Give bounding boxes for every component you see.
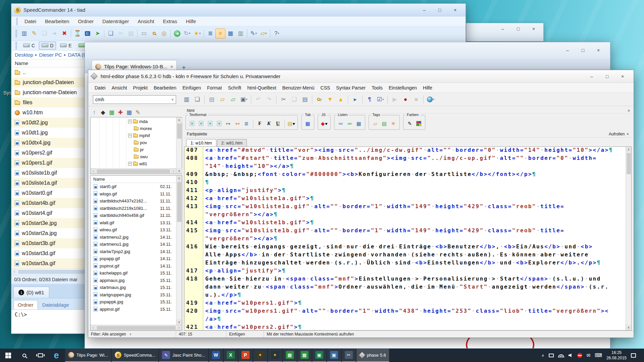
edit-file-icon[interactable]: ✎: [29, 28, 39, 39]
menu-item-extras[interactable]: Extras: [159, 17, 181, 25]
scrollbar-thumb[interactable]: [97, 326, 176, 330]
scroll-up-icon[interactable]: ∧: [626, 147, 632, 152]
list-horizontal-scrollbar[interactable]: ‹ ›: [91, 325, 182, 330]
run-doc-icon[interactable]: ▸: [350, 95, 360, 105]
taskbar-item-phase[interactable]: phase 5.6: [357, 349, 389, 362]
open-icon[interactable]: ▱: [217, 95, 227, 105]
tree-item-swu[interactable]: swu: [91, 153, 176, 160]
panes-view-icon[interactable]: ▥: [235, 28, 246, 39]
scroll-left-icon[interactable]: ‹: [11, 269, 17, 275]
menu-item-ordner[interactable]: Ordner: [74, 17, 98, 25]
taskbar-item-speedcommander[interactable]: SSpeedComma...: [112, 349, 158, 362]
menu-item-einstellungen[interactable]: Einstellungen: [386, 84, 420, 92]
code-line[interactable]: "14"·height="10"></a>¶: [184, 163, 626, 171]
tree-item-pov[interactable]: pov: [91, 139, 176, 146]
view-file-icon[interactable]: ▥: [19, 28, 29, 39]
scroll-right-icon[interactable]: ›: [171, 169, 176, 174]
pack-icon[interactable]: ▭: [139, 28, 149, 39]
panel-tab-ordner[interactable]: Ordner: [13, 300, 38, 309]
code-line[interactable]: 409&nbsp;·&nbsp;<font·color="#800000"><b…: [184, 171, 626, 179]
filter-id-icon[interactable]: ▼: [325, 95, 335, 105]
taskbar-item-snipping[interactable]: ✂: [342, 349, 356, 362]
delete-icon[interactable]: ✖: [59, 28, 69, 39]
def-list-icon[interactable]: ▦: [355, 120, 363, 128]
list-item[interactable]: startmaus.jpg15.11.: [91, 284, 176, 291]
list-item[interactable]: startbildsch940x458.gif11.11.: [91, 212, 176, 219]
close-icon[interactable]: ×: [591, 46, 606, 55]
maximize-icon[interactable]: □: [599, 72, 615, 81]
menu-item-benutzer-men-[interactable]: Benutzer-Menü: [279, 84, 318, 92]
macro-play-icon[interactable]: ▶: [390, 95, 400, 105]
scroll-right-icon[interactable]: ›: [176, 325, 182, 330]
breadcrumb-item[interactable]: Desktop: [15, 52, 33, 58]
close-icon[interactable]: ×: [447, 6, 463, 14]
folder-up-icon[interactable]: ↑: [90, 108, 98, 116]
code-text[interactable]: 407<a·href="#mtvd"·title="vor"><img·src=…: [184, 147, 626, 330]
list-item[interactable]: startbildsch4437x2162...11.11.: [91, 197, 176, 205]
align-justify-icon[interactable]: ≡: [215, 120, 223, 128]
goto-id-icon[interactable]: ▲: [336, 95, 346, 105]
text-color-icon[interactable]: ✎: [406, 120, 414, 128]
goto-folder-icon[interactable]: ▱▾: [259, 28, 269, 39]
back-icon[interactable]: ◀: [172, 28, 182, 39]
code-line[interactable]: "vergrößern"></a>¶: [184, 211, 626, 219]
list-item[interactable]: wlalt.gif13.11.: [91, 219, 176, 227]
search-icon[interactable]: ▾: [314, 95, 324, 105]
taskbar-clock[interactable]: 16:25 26.08.2015: [606, 350, 627, 361]
taskbar-item-edge[interactable]: e: [48, 349, 64, 362]
preview-icon[interactable]: ▥: [181, 95, 192, 105]
duplicate-icon[interactable]: ❏: [192, 95, 202, 105]
task-view-button[interactable]: [32, 349, 48, 362]
code-line[interactable]: 421<a·href="w10pers2.gif">¶: [184, 324, 626, 330]
filter-icon[interactable]: ◆: [99, 108, 107, 116]
scroll-up-icon[interactable]: ∧: [176, 176, 182, 181]
images-icon[interactable]: ▦: [108, 108, 116, 116]
scrollbar-thumb[interactable]: [177, 182, 181, 222]
scroll-down-icon[interactable]: ∨: [176, 319, 182, 325]
list-item[interactable]: wlneu.gif13.11.: [91, 226, 176, 234]
list-item[interactable]: startbildsch2219x1081...11.11.: [91, 205, 176, 212]
list-item[interactable]: kachelapps.gif15.11.: [91, 269, 176, 277]
pilcrow-icon[interactable]: ¶: [365, 95, 375, 105]
tree-item-pr[interactable]: pr: [91, 146, 176, 153]
breadcrumb-item[interactable]: Dieser PC: [39, 52, 62, 58]
code-line[interactable]: 411<p·align="justify">¶: [184, 187, 626, 195]
code-line[interactable]: 418Gehen·Sie·hierzu·in·<span·class="mnf"…: [184, 276, 626, 284]
move-files-icon[interactable]: ➜: [49, 28, 59, 39]
code-line[interactable]: Alle·Apps</b>·in·der·Startliste·zwingend…: [184, 251, 626, 259]
align-right-icon[interactable]: ≡: [206, 120, 214, 128]
code-line[interactable]: /a>¶: [184, 316, 626, 324]
insert-table-icon[interactable]: ▦: [304, 120, 312, 128]
filter-status[interactable]: Filter: Alle anzeigen∨: [88, 331, 176, 338]
cut-clipboard-icon[interactable]: ✂: [116, 28, 126, 39]
macro-record-icon[interactable]: ●: [400, 95, 411, 105]
color-palette-icon[interactable]: [415, 120, 423, 128]
code-line[interactable]: 413<img·src="w10sliste1a.gif"·alt=""·bor…: [184, 203, 626, 211]
code-line[interactable]: dann·weiter·zu·<span·class="mnf">Ordner·…: [184, 284, 626, 292]
taskbar-search-button[interactable]: [16, 349, 32, 362]
tree-item-morex[interactable]: morex: [91, 125, 176, 132]
mail-icon[interactable]: ✉: [587, 353, 591, 358]
search-files-icon[interactable]: [149, 28, 159, 39]
code-line[interactable]: Einträge·hinzugeschaltet·werden·(s.r.).·…: [184, 259, 626, 267]
menu-item-datei[interactable]: Datei: [20, 17, 40, 25]
toolbar-grip[interactable]: [16, 18, 18, 25]
code-line[interactable]: "vergrößern"></a>¶: [184, 235, 626, 243]
browser-preview-icon[interactable]: ▾: [426, 95, 436, 105]
expand-icon[interactable]: +: [128, 162, 132, 166]
code-vertical-scrollbar[interactable]: ∧ ∨: [626, 147, 631, 330]
tree-view-icon[interactable]: ≣: [205, 28, 215, 39]
list-item[interactable]: startgruppen.jpg15.11.: [91, 291, 176, 299]
menu-item-datei[interactable]: Datei: [92, 84, 109, 92]
drive-item-d[interactable]: D: [39, 42, 56, 50]
list-item[interactable]: startw7psp2.jpg14.11.: [91, 248, 176, 255]
list-vertical-scrollbar[interactable]: ∧ ∨: [176, 176, 182, 325]
validate-icon[interactable]: ☑▾: [375, 95, 385, 105]
scroll-left-icon[interactable]: ‹: [91, 169, 96, 174]
tree-horizontal-scrollbar[interactable]: ‹ ›: [91, 168, 176, 174]
ul-list-icon[interactable]: ≔: [336, 120, 345, 128]
toolbar-grip[interactable]: [15, 30, 17, 37]
minimize-icon[interactable]: –: [495, 24, 511, 33]
menu-item-ansicht[interactable]: Ansicht: [134, 17, 158, 25]
insert-script-icon[interactable]: ◆▾: [320, 120, 328, 128]
